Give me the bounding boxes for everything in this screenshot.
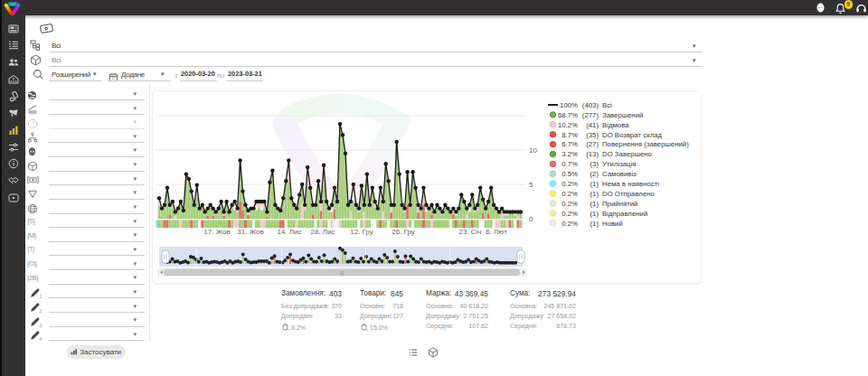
- svg-text:28. Лис: 28. Лис: [310, 228, 335, 236]
- svg-text:0.2%: 0.2%: [561, 200, 578, 208]
- svg-text:3: 3: [40, 322, 42, 327]
- svg-text:10: 10: [529, 146, 537, 155]
- svg-text:4: 4: [40, 336, 42, 342]
- svg-text:(1): (1): [590, 190, 599, 198]
- svg-text:Повернення (завершений): Повернення (завершений): [602, 140, 689, 148]
- svg-text:2: 2: [40, 308, 42, 314]
- svg-text:31. Жов: 31. Жов: [237, 228, 263, 236]
- svg-text:Прийнятий: Прийнятий: [602, 200, 637, 208]
- svg-text:(1): (1): [590, 180, 599, 188]
- svg-text:23. Січ: 23. Січ: [458, 228, 481, 236]
- svg-text:0.2%: 0.2%: [561, 210, 578, 218]
- svg-text:6.7%: 6.7%: [561, 140, 578, 148]
- svg-text:(3): (3): [590, 160, 599, 168]
- svg-text:100%: 100%: [560, 101, 578, 109]
- svg-text:(2): (2): [590, 170, 599, 178]
- svg-text:DO Возврат склад: DO Возврат склад: [602, 131, 663, 139]
- svg-text:Всі: Всі: [602, 101, 612, 109]
- svg-text:(27): (27): [586, 140, 599, 148]
- svg-text:3.2%: 3.2%: [561, 150, 578, 158]
- svg-text:Відмова: Відмова: [602, 121, 629, 129]
- svg-text:DO Отправлено: DO Отправлено: [602, 190, 656, 198]
- svg-text:(35): (35): [586, 131, 599, 139]
- svg-text:0.2%: 0.2%: [561, 190, 578, 198]
- svg-text:26. Гру: 26. Гру: [392, 228, 415, 236]
- svg-text:0.2%: 0.2%: [561, 180, 578, 188]
- svg-text:0: 0: [529, 215, 533, 223]
- svg-text:17. Жов: 17. Жов: [203, 228, 230, 236]
- svg-text:Нема в наявності: Нема в наявності: [602, 180, 659, 188]
- svg-text:x: x: [288, 328, 289, 331]
- svg-text:14. Лис: 14. Лис: [277, 228, 301, 236]
- svg-text:(277): (277): [582, 111, 599, 119]
- svg-text:0.2%: 0.2%: [561, 220, 578, 228]
- svg-text:0.5%: 0.5%: [561, 170, 578, 178]
- svg-text:0.7%: 0.7%: [561, 160, 578, 168]
- svg-text:x: x: [366, 328, 368, 331]
- svg-text:Самовивіз: Самовивіз: [602, 170, 637, 178]
- svg-text:Новий: Новий: [602, 220, 623, 228]
- svg-text:6. Лют: 6. Лют: [486, 228, 507, 236]
- svg-text:(13): (13): [586, 150, 599, 158]
- svg-text:Утилізація: Утилізація: [602, 160, 637, 168]
- svg-text:|||: |||: [340, 270, 344, 276]
- svg-text:?: ?: [31, 120, 34, 127]
- svg-text:(1): (1): [590, 210, 599, 218]
- svg-text:Відправлений: Відправлений: [602, 210, 647, 218]
- svg-text:Завершений: Завершений: [602, 111, 643, 119]
- svg-text:5: 5: [529, 181, 533, 189]
- svg-text:12. Гру: 12. Гру: [350, 228, 373, 236]
- svg-text:(403): (403): [582, 101, 599, 109]
- svg-text:(1): (1): [590, 200, 599, 208]
- svg-text:(41): (41): [586, 121, 599, 129]
- svg-text:1: 1: [40, 294, 42, 299]
- svg-text:DO Завершено: DO Завершено: [602, 150, 653, 158]
- svg-text:68.7%: 68.7%: [558, 111, 578, 119]
- svg-text:(1): (1): [590, 220, 599, 228]
- svg-text:10.2%: 10.2%: [558, 121, 578, 129]
- svg-text:8.7%: 8.7%: [561, 131, 578, 139]
